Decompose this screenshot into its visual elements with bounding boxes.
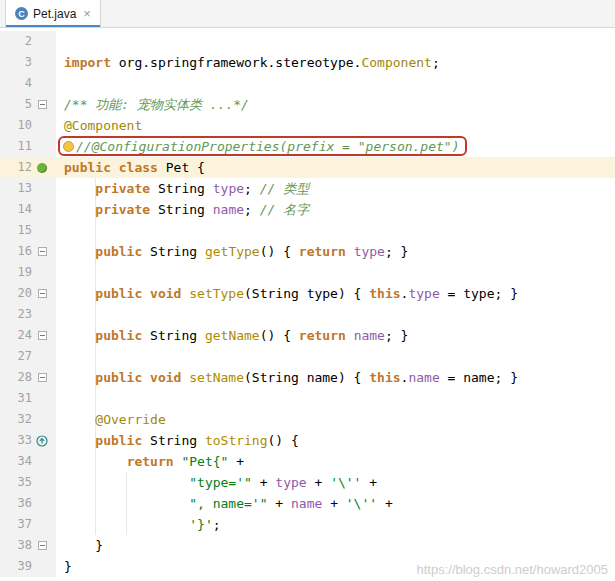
gutter: 32 bbox=[0, 409, 56, 430]
gutter: 23 bbox=[0, 304, 56, 325]
code-token bbox=[64, 370, 95, 385]
code-text: public String toString() { bbox=[56, 430, 615, 451]
code-area[interactable]: 23import org.springframework.stereotype.… bbox=[0, 31, 615, 577]
fold-icon[interactable] bbox=[38, 247, 47, 256]
line-number: 2 bbox=[0, 31, 32, 52]
code-line[interactable]: 11//@ConfigurationProperties(prefix = "p… bbox=[0, 136, 615, 157]
code-text bbox=[56, 346, 615, 367]
code-token: return bbox=[299, 244, 354, 259]
code-line[interactable]: 3import org.springframework.stereotype.C… bbox=[0, 52, 615, 73]
code-token: + bbox=[228, 454, 244, 469]
code-text bbox=[56, 304, 615, 325]
code-token: Pet { bbox=[166, 160, 205, 175]
code-text: public String getType() { return type; } bbox=[56, 241, 615, 262]
code-token: (String type) { bbox=[244, 286, 369, 301]
code-token: type bbox=[354, 244, 385, 259]
code-line[interactable]: 32 @Override bbox=[0, 409, 615, 430]
code-text bbox=[56, 220, 615, 241]
code-line[interactable]: 2 bbox=[0, 31, 615, 52]
code-line[interactable]: 35 "type='" + type + '\'' + bbox=[0, 472, 615, 493]
code-token: type bbox=[275, 475, 306, 490]
line-number: 4 bbox=[0, 73, 32, 94]
fold-icon[interactable] bbox=[38, 331, 47, 340]
close-tab-icon[interactable]: × bbox=[83, 7, 91, 20]
code-line[interactable]: 36 ", name='" + name + '\'' + bbox=[0, 493, 615, 514]
code-token: (String name) { bbox=[244, 370, 369, 385]
code-token bbox=[64, 517, 189, 532]
code-line[interactable]: 31 bbox=[0, 388, 615, 409]
code-token: private bbox=[95, 181, 158, 196]
code-token: ; bbox=[244, 202, 260, 217]
code-line[interactable]: 33 public String toString() { bbox=[0, 430, 615, 451]
code-token: + bbox=[361, 475, 377, 490]
code-token: String bbox=[150, 244, 205, 259]
code-token: return bbox=[127, 454, 182, 469]
line-number: 34 bbox=[0, 451, 32, 472]
code-text: } bbox=[56, 535, 615, 556]
gutter: 19 bbox=[0, 262, 56, 283]
code-token: name bbox=[213, 202, 244, 217]
fold-icon[interactable] bbox=[38, 289, 47, 298]
gutter: 36 bbox=[0, 493, 56, 514]
code-token: name bbox=[408, 370, 439, 385]
gutter: 38 bbox=[0, 535, 56, 556]
code-line[interactable]: 4 bbox=[0, 73, 615, 94]
code-line[interactable]: 20 public void setType(String type) { th… bbox=[0, 283, 615, 304]
line-number: 10 bbox=[0, 115, 32, 136]
code-line[interactable]: 24 public String getName() { return name… bbox=[0, 325, 615, 346]
code-line[interactable]: 38 } bbox=[0, 535, 615, 556]
code-token: String bbox=[158, 181, 213, 196]
line-number: 35 bbox=[0, 472, 32, 493]
gutter: 27 bbox=[0, 346, 56, 367]
gutter-slot bbox=[32, 247, 52, 256]
code-token: = name; } bbox=[440, 370, 518, 385]
line-number: 37 bbox=[0, 514, 32, 535]
gutter-slot bbox=[32, 289, 52, 298]
editor[interactable]: 23import org.springframework.stereotype.… bbox=[0, 29, 615, 581]
code-token: public void bbox=[95, 286, 189, 301]
code-token: + bbox=[322, 496, 345, 511]
code-token: Component bbox=[361, 55, 431, 70]
tab-pet-java[interactable]: C Pet.java × bbox=[5, 0, 101, 27]
code-line[interactable]: 37 '}'; bbox=[0, 514, 615, 535]
code-line[interactable]: 19 bbox=[0, 262, 615, 283]
code-token: public bbox=[95, 433, 150, 448]
code-text: private String name; // 名字 bbox=[56, 199, 615, 220]
code-line[interactable]: 15 bbox=[0, 220, 615, 241]
gutter: 35 bbox=[0, 472, 56, 493]
line-number: 28 bbox=[0, 367, 32, 388]
line-number: 3 bbox=[0, 52, 32, 73]
code-token: // 名字 bbox=[260, 202, 309, 217]
code-text: @Component bbox=[56, 115, 615, 136]
code-line[interactable]: 28 public void setName(String name) { th… bbox=[0, 367, 615, 388]
code-token: () { bbox=[260, 244, 299, 259]
intention-bulb-icon[interactable] bbox=[63, 141, 74, 152]
code-token: setName bbox=[189, 370, 244, 385]
code-token: String bbox=[150, 433, 205, 448]
fold-icon[interactable] bbox=[38, 541, 47, 550]
code-line[interactable]: 27 bbox=[0, 346, 615, 367]
code-line[interactable]: 10@Component bbox=[0, 115, 615, 136]
fold-icon[interactable] bbox=[38, 373, 47, 382]
code-token: //@ConfigurationProperties(prefix = "per… bbox=[76, 136, 460, 157]
line-number: 38 bbox=[0, 535, 32, 556]
line-number: 20 bbox=[0, 283, 32, 304]
spring-bean-icon[interactable] bbox=[37, 163, 47, 173]
code-line[interactable]: 12public class Pet { bbox=[0, 157, 615, 178]
code-line[interactable]: 34 return "Pet{" + bbox=[0, 451, 615, 472]
code-line[interactable]: 13 private String type; // 类型 bbox=[0, 178, 615, 199]
code-token: ; bbox=[213, 517, 221, 532]
code-line[interactable]: 14 private String name; // 名字 bbox=[0, 199, 615, 220]
line-number: 24 bbox=[0, 325, 32, 346]
code-line[interactable]: 16 public String getType() { return type… bbox=[0, 241, 615, 262]
code-token: name bbox=[291, 496, 322, 511]
code-token bbox=[64, 454, 127, 469]
line-number: 31 bbox=[0, 388, 32, 409]
code-token: + bbox=[307, 475, 330, 490]
fold-icon[interactable] bbox=[38, 100, 47, 109]
override-method-icon[interactable] bbox=[36, 435, 48, 447]
code-line[interactable]: 5/** 功能: 宠物实体类 ...*/ bbox=[0, 94, 615, 115]
code-text: /** 功能: 宠物实体类 ...*/ bbox=[56, 94, 615, 115]
code-text: public class Pet { bbox=[56, 157, 615, 178]
code-line[interactable]: 23 bbox=[0, 304, 615, 325]
